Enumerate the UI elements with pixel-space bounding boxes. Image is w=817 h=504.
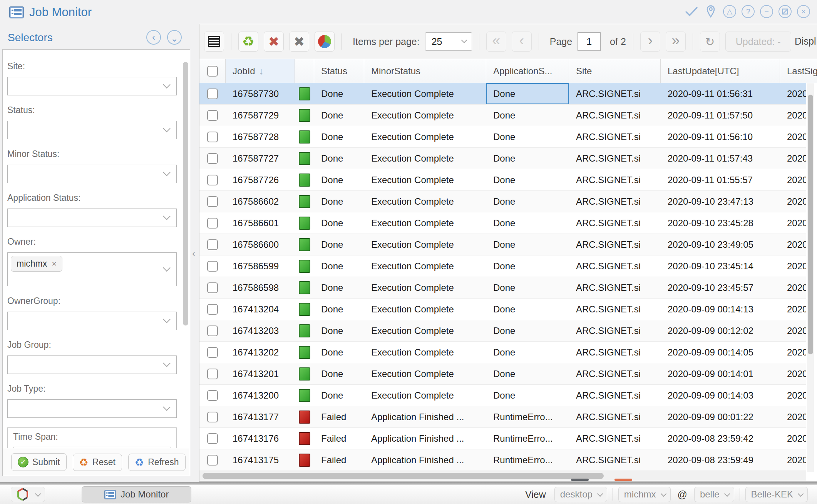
table-row[interactable]: 167587727 Done Execution Complete Done A… bbox=[199, 148, 806, 169]
setup-select[interactable]: Belle-KEK bbox=[745, 487, 808, 502]
sidebar-scrollbar[interactable] bbox=[183, 62, 188, 325]
selector-combo-application-status[interactable] bbox=[7, 209, 177, 227]
row-checkbox[interactable] bbox=[207, 175, 218, 185]
table-row[interactable]: 167586601 Done Execution Complete Done A… bbox=[199, 212, 806, 234]
row-checkbox[interactable] bbox=[207, 196, 218, 207]
column-header-minorstatus[interactable]: MinorStatus bbox=[364, 59, 486, 83]
table-row[interactable]: 167413201 Done Execution Complete Done A… bbox=[199, 363, 806, 385]
group-select[interactable]: belle bbox=[694, 487, 734, 502]
selector-combo-owner[interactable]: michmx× bbox=[7, 252, 177, 286]
sidebar-expand-down-icon[interactable]: ⌄ bbox=[167, 30, 182, 45]
page-number-input[interactable]: 1 bbox=[578, 32, 601, 51]
items-per-page-select[interactable]: 25 bbox=[425, 32, 472, 51]
reload-table-button[interactable]: ♻ bbox=[238, 32, 258, 52]
table-row[interactable]: 167413204 Done Execution Complete Done A… bbox=[199, 299, 806, 320]
row-checkbox[interactable] bbox=[207, 325, 218, 336]
table-row[interactable]: 167586602 Done Execution Complete Done A… bbox=[199, 191, 806, 212]
delete-jobs-button[interactable]: ✖ bbox=[264, 32, 284, 52]
refresh-button[interactable]: ♻ Refresh bbox=[128, 454, 186, 471]
next-page-button[interactable]: › bbox=[640, 32, 660, 52]
pin-icon[interactable] bbox=[704, 5, 718, 18]
table-row[interactable]: 167413200 Done Execution Complete Done A… bbox=[199, 385, 806, 406]
kill-jobs-button[interactable]: ✖ bbox=[289, 32, 309, 52]
row-checkbox[interactable] bbox=[207, 153, 218, 164]
owner-tag-remove-icon[interactable]: × bbox=[52, 259, 57, 269]
row-checkbox[interactable] bbox=[207, 132, 218, 142]
table-row[interactable]: 167413203 Done Execution Complete Done A… bbox=[199, 320, 806, 342]
selector-combo-job-type[interactable] bbox=[7, 399, 177, 418]
vertical-scrollbar-thumb[interactable] bbox=[808, 95, 813, 354]
selector-combo-job-group[interactable] bbox=[7, 355, 177, 374]
prev-page-button[interactable]: ‹ bbox=[512, 32, 532, 52]
table-row[interactable]: 167586598 Done Execution Complete Done A… bbox=[199, 277, 806, 299]
help-icon[interactable]: ? bbox=[742, 5, 755, 18]
selector-combo-owner-group[interactable] bbox=[7, 312, 177, 330]
row-checkbox[interactable] bbox=[207, 369, 218, 379]
selector-label-job-type: Job Type: bbox=[7, 384, 177, 394]
close-icon[interactable]: × bbox=[797, 5, 810, 18]
status-header-label: Status bbox=[321, 66, 347, 77]
column-header-lastupdate[interactable]: LastUpdate[UTC] bbox=[661, 59, 780, 83]
column-header-applicationstatus[interactable]: ApplicationS... bbox=[486, 59, 569, 83]
horizontal-scrollbar-thumb[interactable] bbox=[203, 473, 604, 479]
row-checkbox[interactable] bbox=[207, 88, 218, 99]
column-header-jobid[interactable]: JobId ↓ bbox=[226, 59, 295, 83]
row-checkbox[interactable] bbox=[207, 412, 218, 422]
table-row[interactable]: 167413177 Failed Application Finished ..… bbox=[199, 406, 806, 428]
column-header-statusicon[interactable] bbox=[295, 59, 314, 83]
table-row[interactable]: 167413176 Failed Application Finished ..… bbox=[199, 428, 806, 449]
last-page-button[interactable]: » bbox=[666, 32, 686, 52]
first-page-button[interactable]: « bbox=[486, 32, 506, 52]
displaying-label: Displ bbox=[795, 36, 816, 47]
reset-button[interactable]: ♻ Reset bbox=[73, 454, 122, 471]
collapse-icon[interactable]: △ bbox=[723, 5, 736, 18]
cell-jobid: 167586602 bbox=[226, 191, 295, 212]
row-checkbox[interactable] bbox=[207, 455, 218, 466]
row-checkbox[interactable] bbox=[207, 239, 218, 250]
row-checkbox[interactable] bbox=[207, 433, 218, 444]
row-checkbox[interactable] bbox=[207, 390, 218, 401]
table-row[interactable]: 167587728 Done Execution Complete Done A… bbox=[199, 126, 806, 148]
submit-button[interactable]: ✓ Submit bbox=[11, 453, 67, 471]
statistics-button[interactable] bbox=[315, 32, 335, 52]
table-horizontal-scrollbar[interactable] bbox=[199, 471, 806, 481]
dirac-menu-button[interactable] bbox=[11, 487, 45, 502]
row-checkbox[interactable] bbox=[207, 218, 218, 229]
check-icon[interactable] bbox=[685, 5, 698, 18]
view-select[interactable]: desktop bbox=[554, 487, 607, 502]
column-header-status[interactable]: Status bbox=[314, 59, 364, 83]
selector-combo-minor-status[interactable] bbox=[7, 165, 177, 183]
status-square-icon bbox=[299, 454, 310, 467]
row-checkbox[interactable] bbox=[207, 261, 218, 272]
table-vertical-scrollbar[interactable] bbox=[807, 83, 814, 472]
row-checkbox[interactable] bbox=[207, 304, 218, 315]
user-select[interactable]: michmx bbox=[618, 487, 671, 502]
taskbar-job-monitor-button[interactable]: Job Monitor bbox=[82, 486, 191, 502]
splitter-collapse-icon[interactable]: ‹ bbox=[192, 248, 195, 259]
sidebar-collapse-left-icon[interactable]: ‹ bbox=[146, 30, 161, 45]
refresh-arrows-icon: ♻ bbox=[135, 457, 144, 467]
table-row[interactable]: 167413202 Done Execution Complete Done A… bbox=[199, 342, 806, 363]
status-square-icon bbox=[299, 346, 310, 359]
columns-menu-button[interactable] bbox=[204, 32, 224, 52]
pie-chart-icon bbox=[318, 35, 331, 48]
refresh-page-button[interactable]: ↻ bbox=[700, 32, 720, 52]
table-row[interactable]: 167413175 Failed Application Finished ..… bbox=[199, 449, 806, 471]
column-header-lastsignoflife[interactable]: LastSig bbox=[780, 59, 817, 83]
table-row[interactable]: 167587729 Done Execution Complete Done A… bbox=[199, 105, 806, 126]
row-checkbox[interactable] bbox=[207, 347, 218, 358]
table-row[interactable]: 167587726 Done Execution Complete Done A… bbox=[199, 169, 806, 191]
select-all-checkbox[interactable] bbox=[199, 59, 226, 83]
table-row[interactable]: 167587730 Done Execution Complete Done A… bbox=[199, 83, 806, 105]
updated-button[interactable]: Updated: - bbox=[725, 32, 791, 52]
submit-label: Submit bbox=[32, 457, 60, 467]
column-header-site[interactable]: Site bbox=[569, 59, 661, 83]
minimize-icon[interactable]: − bbox=[760, 5, 773, 18]
untile-icon[interactable] bbox=[778, 5, 792, 18]
table-row[interactable]: 167586599 Done Execution Complete Done A… bbox=[199, 255, 806, 277]
table-row[interactable]: 167586600 Done Execution Complete Done A… bbox=[199, 234, 806, 255]
row-checkbox[interactable] bbox=[207, 110, 218, 121]
row-checkbox[interactable] bbox=[207, 282, 218, 293]
selector-combo-status[interactable] bbox=[7, 121, 177, 139]
selector-combo-site[interactable] bbox=[7, 77, 177, 95]
